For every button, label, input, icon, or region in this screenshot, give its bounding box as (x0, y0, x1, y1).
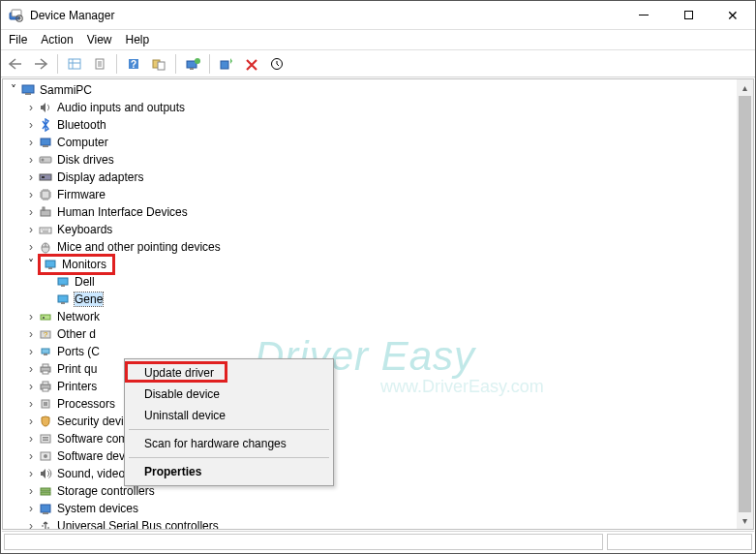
expand-icon[interactable]: › (24, 343, 38, 360)
expand-icon[interactable]: › (24, 360, 38, 378)
node-other[interactable]: ›?Other d (5, 325, 753, 343)
usb-icon (38, 518, 53, 529)
node-audio[interactable]: ›Audio inputs and outputs (5, 99, 753, 116)
printer-icon (38, 361, 53, 377)
expand-icon[interactable]: › (24, 517, 38, 529)
node-software-components[interactable]: ›Software components (5, 430, 753, 447)
svg-rect-48 (43, 437, 48, 439)
node-display[interactable]: ›Display adapters (5, 169, 753, 186)
node-firmware[interactable]: ›Firmware (5, 186, 753, 203)
node-printers[interactable]: ›Printers (5, 378, 753, 395)
svg-rect-3 (69, 59, 80, 69)
node-storage[interactable]: ›Storage controllers (5, 482, 753, 500)
remove-device-button[interactable] (241, 53, 262, 75)
app-icon (9, 8, 24, 23)
svg-rect-43 (43, 382, 48, 385)
node-network[interactable]: ›Network (5, 308, 753, 325)
expand-icon[interactable]: › (24, 378, 38, 395)
expand-icon[interactable]: › (24, 186, 38, 203)
svg-point-34 (43, 317, 45, 319)
node-mice[interactable]: ›Mice and other pointing devices (5, 238, 753, 256)
node-ports[interactable]: ›Ports (C (5, 343, 753, 360)
svg-rect-32 (61, 302, 65, 304)
menu-action[interactable]: Action (41, 33, 73, 46)
software-device-icon (38, 448, 53, 464)
back-button[interactable] (5, 53, 26, 75)
context-scan-hardware[interactable]: Scan for hardware changes (127, 433, 331, 454)
show-hide-tree-button[interactable] (64, 53, 85, 75)
menu-view[interactable]: View (87, 33, 112, 46)
window-title: Device Manager (30, 9, 621, 22)
disable-device-button[interactable] (266, 53, 287, 75)
node-sound[interactable]: ›Sound, video and game controllers (5, 465, 753, 482)
expand-icon[interactable]: › (24, 116, 38, 134)
expand-icon[interactable]: › (24, 169, 38, 186)
node-computer[interactable]: ›Computer (5, 134, 753, 151)
svg-rect-12 (221, 61, 228, 69)
tree-view[interactable]: ▴ ▾ ˅ SammiPC ›Audio inputs and outputs … (2, 78, 754, 530)
properties-sheet-button[interactable] (89, 53, 110, 75)
scroll-down-button[interactable]: ▾ (737, 512, 753, 529)
expand-icon[interactable]: › (24, 221, 38, 238)
keyboard-icon (38, 222, 53, 237)
svg-rect-8 (158, 62, 165, 70)
context-disable-device[interactable]: Disable device (127, 384, 331, 405)
maximize-button[interactable] (666, 1, 711, 30)
node-disk[interactable]: ›Disk drives (5, 151, 753, 169)
expand-icon[interactable]: › (24, 308, 38, 325)
node-software-devices[interactable]: ›Software devices (5, 447, 753, 465)
scan-hardware-button[interactable] (216, 53, 237, 75)
expand-icon[interactable]: › (24, 134, 38, 151)
expand-icon[interactable]: › (24, 203, 38, 221)
display-adapter-icon (38, 169, 53, 185)
expand-icon[interactable]: ˅ (7, 81, 20, 99)
expand-icon[interactable]: › (24, 325, 38, 343)
root-label: SammiPC (40, 83, 92, 97)
expand-icon[interactable]: › (24, 482, 38, 500)
expand-icon[interactable]: › (24, 447, 38, 465)
node-hid[interactable]: ›Human Interface Devices (5, 203, 753, 221)
speaker-icon (38, 100, 53, 115)
update-driver-button[interactable] (182, 53, 203, 75)
expand-icon[interactable]: › (24, 238, 38, 256)
expand-icon[interactable]: › (24, 395, 38, 413)
expand-icon[interactable]: › (24, 99, 38, 116)
context-update-driver[interactable]: Update driver (127, 362, 331, 384)
context-uninstall-device[interactable]: Uninstall device (127, 405, 331, 426)
svg-rect-46 (44, 402, 47, 406)
node-monitor-generic[interactable]: Gene (5, 291, 753, 308)
svg-rect-23 (41, 210, 50, 216)
svg-rect-54 (41, 505, 50, 512)
network-icon (38, 309, 53, 324)
node-security[interactable]: ›Security devices (5, 413, 753, 430)
node-keyboards[interactable]: ›Keyboards (5, 221, 753, 238)
node-processors[interactable]: ›Processors (5, 395, 753, 413)
node-monitor-dell[interactable]: Dell (5, 273, 753, 291)
help-button[interactable]: ? (123, 53, 144, 75)
forward-button[interactable] (30, 53, 51, 75)
menu-help[interactable]: Help (126, 33, 150, 46)
expand-icon[interactable]: › (24, 500, 38, 517)
scroll-up-button[interactable]: ▴ (737, 79, 753, 96)
menu-file[interactable]: File (9, 33, 27, 46)
node-usb[interactable]: ›Universal Serial Bus controllers (5, 517, 753, 529)
expand-icon[interactable]: › (24, 465, 38, 482)
scroll-thumb[interactable] (739, 96, 751, 512)
node-bluetooth[interactable]: ›Bluetooth (5, 116, 753, 134)
tree-root[interactable]: ˅ SammiPC (5, 81, 753, 99)
node-print-queues[interactable]: ›Print qu (5, 360, 753, 378)
expand-icon[interactable]: › (24, 430, 38, 447)
svg-text:?: ? (44, 330, 48, 339)
expand-icon[interactable]: › (24, 151, 38, 169)
svg-rect-44 (43, 388, 48, 391)
context-properties[interactable]: Properties (127, 461, 331, 482)
expand-icon[interactable]: › (24, 413, 38, 430)
node-monitors[interactable]: ˅ Monitors (5, 256, 753, 273)
close-button[interactable]: ✕ (711, 1, 755, 30)
minimize-button[interactable] (621, 1, 666, 30)
pc-icon (38, 135, 53, 150)
expand-icon[interactable]: ˅ (24, 256, 38, 273)
node-system[interactable]: ›System devices (5, 500, 753, 517)
devices-icon[interactable] (148, 53, 169, 75)
vertical-scrollbar[interactable]: ▴ ▾ (737, 79, 753, 529)
